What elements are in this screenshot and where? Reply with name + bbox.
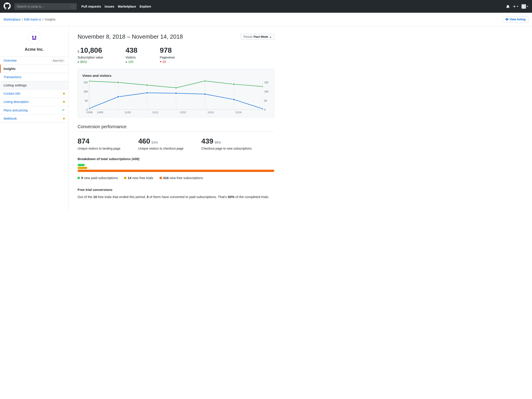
legend-free: 416 new free subscriptions [160, 176, 203, 180]
breakdown-title: Breakdown of total subscriptions (439) [78, 157, 274, 161]
svg-point-17 [89, 108, 90, 109]
svg-point-18 [117, 96, 119, 98]
stat-visitors: 438 Visitors 105 [125, 46, 137, 64]
primary-nav: Pull requests Issues Marketplace Explore [81, 5, 155, 8]
svg-rect-1 [35, 36, 36, 38]
sidebar-item-label: Insights [4, 67, 16, 71]
arrow-up-icon [125, 61, 127, 62]
conversion-performance-title: Conversion performance [78, 124, 274, 132]
svg-point-12 [146, 84, 148, 86]
conv-landing: 874 Unique visitors to landing page [78, 137, 120, 150]
sidebar-item-transactions[interactable]: Transactions [0, 73, 68, 81]
square-icon [78, 177, 80, 179]
svg-point-22 [233, 99, 235, 100]
stat-pageviews: 978 Pageviews 29 [160, 46, 175, 64]
free-trial-body: Out of the 10 free trials that ended thi… [78, 194, 274, 200]
svg-point-13 [175, 87, 177, 89]
svg-point-19 [146, 92, 148, 94]
sidebar-item-label: Contact info [4, 92, 20, 95]
period-dropdown[interactable]: Period: Past Week [241, 34, 274, 40]
sidebar: Acme Inc. Overview Approved Insights Tra… [0, 26, 69, 213]
breadcrumb-marketplace[interactable]: Marketplace [4, 18, 21, 21]
breadcrumb-sep: / [22, 18, 23, 21]
user-menu-dropdown[interactable] [521, 4, 528, 9]
legend-trials: 14 new free trials [124, 176, 153, 180]
sidebar-item-insights[interactable]: Insights [0, 65, 68, 73]
conv-subscriptions: 43995% Checkout page to new subscription… [201, 137, 252, 150]
main-content: November 8, 2018 – November 14, 2018 Per… [69, 26, 283, 213]
breakdown-legend: 9 new paid subscriptions 14 new free tri… [78, 176, 274, 180]
svg-rect-2 [32, 38, 36, 40]
view-listing-button[interactable]: View listing [502, 16, 528, 22]
legend-paid: 9 new paid subscriptions [78, 176, 118, 180]
stat-subscription-value: $10,806 Subscription value $552 [78, 46, 103, 64]
bar-free [78, 170, 274, 172]
status-dot-icon [63, 118, 65, 119]
sidebar-item-label: Listing description [4, 100, 29, 104]
svg-point-11 [117, 82, 119, 83]
nav-issues[interactable]: Issues [105, 5, 114, 8]
breadcrumb-edit-listing[interactable]: Edit travis-ci [24, 18, 41, 21]
global-header: / Pull requests Issues Marketplace Explo… [0, 0, 532, 13]
sidebar-item-label: Plans and pricing [4, 109, 27, 112]
sidebar-section-header: Listing settings [0, 81, 68, 89]
nav-explore[interactable]: Explore [139, 5, 151, 8]
slash-key-icon: / [71, 4, 76, 9]
svg-rect-0 [32, 36, 33, 38]
avatar-icon [521, 4, 526, 9]
svg-point-21 [204, 93, 206, 95]
x-axis: 11/0811/0911/1011/1111/1211/1311/14 [89, 111, 263, 114]
sidebar-item-webhook[interactable]: Webhook [0, 114, 68, 123]
sidebar-item-label: Transactions [4, 75, 21, 79]
search-input[interactable] [14, 3, 77, 10]
nav-marketplace[interactable]: Marketplace [118, 5, 136, 8]
views-visitors-chart: Views and visitors 150100500 150100500 1… [78, 69, 274, 117]
sidebar-item-label: Webhook [4, 117, 17, 120]
notifications-icon[interactable] [506, 5, 510, 8]
org-name: Acme Inc. [0, 47, 68, 52]
breadcrumb-sep: / [43, 18, 43, 21]
sidebar-item-plans-pricing[interactable]: Plans and pricing [0, 106, 68, 114]
breadcrumb-bar: Marketplace / Edit travis-ci / Insights … [0, 13, 532, 26]
status-dot-icon [63, 93, 65, 94]
y-axis-left: 150100500 [81, 81, 89, 110]
create-new-dropdown[interactable] [513, 5, 518, 8]
sidebar-item-overview[interactable]: Overview Approved [0, 56, 68, 65]
sidebar-profile: Acme Inc. [0, 26, 68, 56]
square-icon [160, 177, 162, 179]
bar-paid [78, 164, 85, 166]
status-dot-icon [63, 101, 65, 103]
chart-plot [89, 81, 263, 110]
breakdown-bars [78, 164, 274, 172]
global-search[interactable]: / [14, 3, 77, 10]
svg-point-14 [204, 81, 206, 82]
arrow-up-icon [78, 61, 79, 62]
arrow-down-icon [160, 61, 162, 62]
square-icon [124, 177, 126, 179]
svg-point-20 [175, 92, 177, 94]
sidebar-item-contact-info[interactable]: Contact info [0, 89, 68, 98]
svg-point-10 [89, 81, 90, 82]
chart-title: Views and visitors [82, 74, 271, 78]
org-avatar-icon [28, 31, 40, 44]
free-trial-title: Free trial conversions [78, 188, 274, 192]
status-badge: Approved [51, 59, 65, 62]
bar-trials [78, 167, 87, 169]
view-listing-label: View listing [510, 18, 526, 21]
conv-checkout: 46052% Unique visitors to checkout page [138, 137, 183, 150]
nav-pull-requests[interactable]: Pull requests [81, 5, 101, 8]
y-axis-right: 150100500 [263, 81, 271, 110]
page-title: November 8, 2018 – November 14, 2018 [78, 33, 241, 40]
svg-point-15 [233, 84, 235, 85]
github-logo-icon[interactable] [4, 2, 11, 11]
breadcrumb-current: Insights [45, 18, 55, 21]
sidebar-item-listing-description[interactable]: Listing description [0, 98, 68, 106]
check-icon [62, 108, 65, 112]
sidebar-item-label: Overview [4, 59, 17, 62]
